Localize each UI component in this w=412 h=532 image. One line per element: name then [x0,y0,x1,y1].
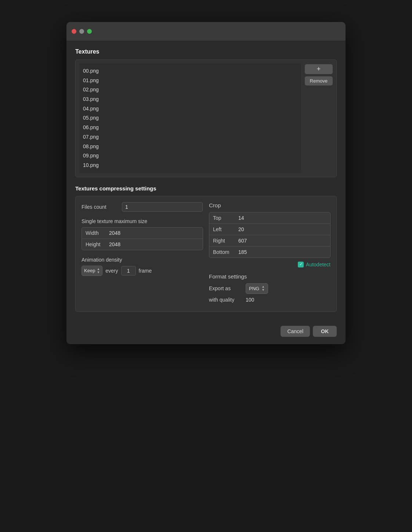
list-item[interactable]: 01.png [83,76,297,85]
bottom-label: Bottom [213,249,237,255]
crop-label: Crop [209,202,330,208]
list-item[interactable]: 07.png [83,132,297,142]
autodetect-checkbox[interactable]: ✓ [298,262,304,267]
compress-grid: Files count Single texture maximum size … [82,202,330,306]
autodetect-label: Autodetect [306,262,330,267]
file-list[interactable]: 00.png01.png02.png03.png04.png05.png06.p… [79,63,301,173]
every-label: every [105,268,118,274]
size-fields: Width Height [82,227,203,250]
titlebar [66,22,346,41]
quality-label: with quality [209,297,242,303]
left-input[interactable] [237,226,326,233]
list-item[interactable]: 06.png [83,123,297,132]
main-window: Textures 00.png01.png02.png03.png04.png0… [66,22,346,344]
maximize-button[interactable] [87,29,92,34]
textures-panel: 00.png01.png02.png03.png04.png05.png06.p… [75,59,337,177]
compress-section-title: Textures compressing settings [75,185,337,192]
top-label: Top [213,215,237,221]
autodetect-row: ✓ Autodetect [209,262,330,267]
left-column: Files count Single texture maximum size … [82,202,203,306]
height-input[interactable] [108,241,199,248]
textures-buttons: + Remove [305,63,333,173]
files-count-row: Files count [82,202,203,212]
format-settings-section: Format settings Export as PNG ▲ ▼ [209,273,330,306]
width-input[interactable] [108,229,199,237]
right-row: Right [209,235,330,247]
top-row: Top [209,212,330,224]
frame-number-input[interactable] [121,266,136,276]
export-as-row: Export as PNG ▲ ▼ [209,283,330,294]
height-row: Height [82,239,203,250]
add-texture-button[interactable]: + [305,64,333,74]
dialog-footer: Cancel OK [66,321,346,344]
list-item[interactable]: 00.png [83,66,297,76]
crop-fields: Top Left Right [209,212,330,258]
width-row: Width [82,227,203,239]
right-label: Right [213,238,237,244]
content-area: Textures 00.png01.png02.png03.png04.png0… [66,41,346,321]
format-dropdown[interactable]: PNG ▲ ▼ [246,283,268,294]
right-column: Crop Top Left Right [209,202,330,306]
ok-button[interactable]: OK [313,326,337,337]
keep-label: Keep [84,268,95,273]
size-section: Single texture maximum size Width Height [82,218,203,250]
quality-value: 100 [246,297,254,303]
right-input[interactable] [237,237,326,244]
left-label: Left [213,226,237,232]
files-count-input[interactable] [122,202,203,212]
keep-stepper[interactable]: ▲ ▼ [97,267,100,274]
export-format-value: PNG [249,286,259,291]
animation-density-section: Animation density Keep ▲ ▼ every [82,257,203,276]
remove-texture-button[interactable]: Remove [305,76,333,85]
list-item[interactable]: 03.png [83,95,297,104]
list-item[interactable]: 08.png [83,142,297,152]
close-button[interactable] [72,29,76,34]
animation-density-label: Animation density [82,257,203,263]
bottom-row: Bottom [209,247,330,258]
animation-density-row: Keep ▲ ▼ every frame [82,266,203,276]
quality-row: with quality 100 [209,297,330,303]
export-as-label: Export as [209,285,242,291]
cancel-button[interactable]: Cancel [281,326,310,337]
frame-label: frame [139,268,152,274]
bottom-input[interactable] [237,248,326,256]
size-section-label: Single texture maximum size [82,218,203,224]
top-input[interactable] [237,214,326,222]
width-label: Width [86,230,108,236]
files-count-label: Files count [82,204,118,210]
height-label: Height [86,241,108,247]
minimize-button[interactable] [79,29,84,34]
list-item[interactable]: 04.png [83,104,297,114]
keep-dropdown[interactable]: Keep ▲ ▼ [82,266,102,276]
compress-panel: Files count Single texture maximum size … [75,196,337,312]
format-settings-label: Format settings [209,273,330,280]
list-item[interactable]: 09.png [83,151,297,161]
list-item[interactable]: 10.png [83,161,297,170]
format-stepper-icon[interactable]: ▲ ▼ [261,285,265,292]
list-item[interactable]: 05.png [83,113,297,123]
left-row: Left [209,224,330,235]
list-item[interactable]: 02.png [83,85,297,95]
textures-title: Textures [75,48,337,55]
crop-section: Crop Top Left Right [209,202,330,267]
